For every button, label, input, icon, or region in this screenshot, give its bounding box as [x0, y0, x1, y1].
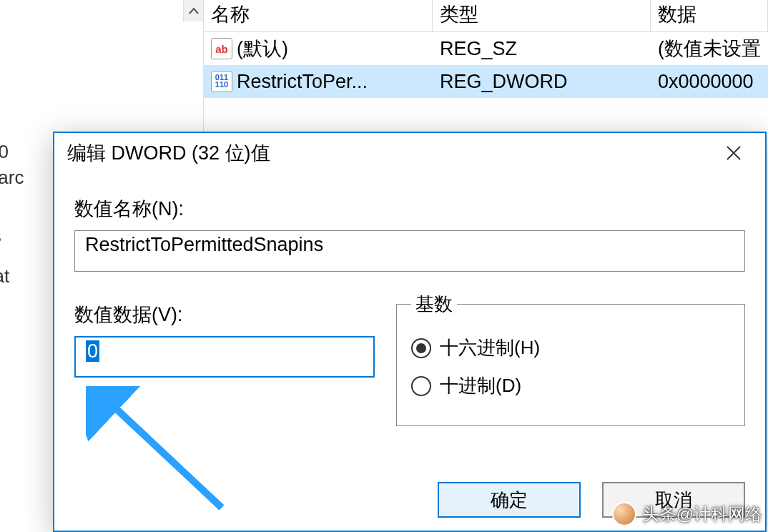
dialog-title: 编辑 DWORD (32 位)值 [67, 140, 270, 166]
tree-item[interactable] [0, 106, 143, 113]
ok-button[interactable]: 确定 [438, 482, 581, 518]
header-data[interactable]: 数据 [651, 0, 768, 31]
cell-name-text: (默认) [237, 36, 288, 61]
watermark: 头条@计科网络 [612, 502, 762, 526]
cell-type-text: REG_SZ [433, 36, 651, 61]
base-legend: 基数 [411, 292, 457, 317]
reg-dword-icon: 011110 [211, 71, 232, 92]
cell-type-text: REG_DWORD [433, 69, 651, 94]
list-row[interactable]: 011110RestrictToPer...REG_DWORD0x0000000 [204, 65, 768, 98]
tree-item[interactable]: k [0, 21, 143, 47]
radio-dec[interactable]: 十进制(D) [411, 373, 730, 398]
radio-dot-icon [411, 338, 431, 358]
header-name[interactable]: 名称 [204, 0, 433, 31]
avatar-icon [612, 502, 636, 526]
close-icon[interactable] [712, 139, 755, 167]
edit-dword-dialog: 编辑 DWORD (32 位)值 数值名称(N): RestrictToPerm… [53, 132, 767, 532]
value-data-input[interactable]: 0 [74, 336, 375, 378]
cell-name-text: RestrictToPer... [237, 71, 368, 93]
tree-item[interactable] [0, 73, 143, 80]
list-header: 名称 类型 数据 [204, 0, 768, 32]
dialog-titlebar[interactable]: 编辑 DWORD (32 位)值 [54, 133, 765, 174]
cell-data-text: (数值未设置 [651, 34, 768, 63]
radio-hex[interactable]: 十六进制(H) [411, 335, 730, 360]
tree-item[interactable]: rs [0, 47, 143, 73]
scroll-up-icon[interactable] [183, 0, 203, 21]
reg-sz-icon: ab [211, 38, 232, 59]
value-name-label: 数值名称(N): [74, 196, 745, 222]
list-row[interactable]: ab(默认)REG_SZ(数值未设置 [204, 32, 768, 65]
base-fieldset: 基数 十六进制(H) 十进制(D) [396, 292, 745, 426]
registry-list: 名称 类型 数据 ab(默认)REG_SZ(数值未设置011110Restric… [204, 0, 768, 98]
radio-dot-icon [411, 376, 431, 396]
value-name-input[interactable]: RestrictToPermittedSnapins [74, 230, 745, 272]
value-data-label: 数值数据(V): [74, 302, 375, 327]
cell-data-text: 0x0000000 [651, 69, 768, 94]
header-type[interactable]: 类型 [433, 0, 651, 31]
tree-item[interactable]: ir [0, 80, 143, 106]
